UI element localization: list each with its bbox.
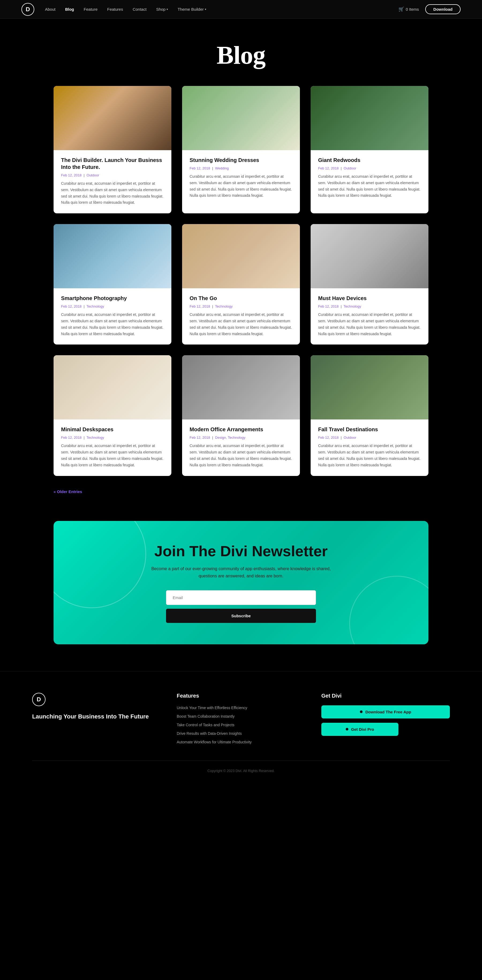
nav-shop-label: Shop (156, 7, 165, 11)
blog-card-excerpt: Curabitur arcu erat, accumsan id imperdi… (189, 173, 293, 199)
blog-card-category: Outdoor (86, 173, 99, 177)
newsletter-form: Subscribe (166, 590, 316, 623)
blog-card-meta: Feb 12, 2018 | Technology (61, 304, 164, 309)
nav-links: About Blog Feature Features Contact Shop… (45, 7, 398, 11)
blog-card-category: Technology (215, 304, 233, 309)
blog-card-meta: Feb 12, 2018 | Technology (318, 304, 421, 309)
footer-get-pro-label: Get Divi Pro (351, 727, 374, 732)
nav-features[interactable]: Features (107, 7, 123, 11)
blog-grid: The Divi Builder. Launch Your Business I… (32, 86, 450, 476)
blog-card-title: Fall Travel Destinations (318, 426, 421, 433)
blog-card-body: Stunning Wedding Dresses Feb 12, 2018 | … (182, 150, 300, 207)
footer-tagline: Launching Your Business Into The Future (32, 713, 161, 721)
blog-card-title: The Divi Builder. Launch Your Business I… (61, 157, 164, 170)
blog-card-image (311, 224, 428, 288)
blog-card[interactable]: Giant Redwoods Feb 12, 2018 | Outdoor Cu… (311, 86, 428, 213)
blog-card-title: Minimal Deskspaces (61, 426, 164, 433)
footer-grid: D Launching Your Business Into The Futur… (32, 693, 450, 761)
blog-card-image (54, 86, 171, 150)
blog-card-title: Must Have Devices (318, 295, 421, 302)
download-icon (360, 710, 363, 713)
blog-card-date: Feb 12, 2018 (318, 166, 339, 170)
blog-card-category: Technology (86, 436, 104, 439)
blog-card-body: Modern Office Arrangements Feb 12, 2018 … (182, 420, 300, 476)
blog-card-excerpt: Curabitur arcu erat, accumsan id imperdi… (61, 180, 164, 206)
nav-feature[interactable]: Feature (84, 7, 98, 11)
footer-get-divi-col: Get Divi Download The Free App Get Divi … (321, 693, 450, 745)
chevron-down-icon: ▾ (205, 8, 206, 11)
blog-card-body: Minimal Deskspaces Feb 12, 2018 | Techno… (54, 420, 171, 476)
blog-card-title: Stunning Wedding Dresses (189, 157, 293, 164)
footer-features-title: Features (177, 693, 305, 699)
blog-card-meta: Feb 12, 2018 | Outdoor (318, 166, 421, 170)
nav-download-button[interactable]: Download (425, 4, 461, 14)
footer-feature-item: Boost Team Collaboration Instantly (177, 714, 305, 719)
subscribe-button[interactable]: Subscribe (166, 609, 316, 623)
nav-theme-builder-dropdown[interactable]: Theme Builder ▾ (178, 7, 206, 11)
footer-feature-link[interactable]: Boost Team Collaboration Instantly (177, 714, 235, 719)
blog-card[interactable]: Fall Travel Destinations Feb 12, 2018 | … (311, 355, 428, 476)
chevron-down-icon: ▾ (167, 8, 168, 11)
cart-icon: 🛒 (398, 6, 404, 12)
footer-feature-link[interactable]: Unlock Your Time with Effortless Efficie… (177, 706, 247, 710)
blog-card-image (54, 224, 171, 288)
blog-card-meta: Feb 12, 2018 | Technology (189, 304, 293, 309)
blog-card-excerpt: Curabitur arcu erat, accumsan id imperdi… (318, 443, 421, 468)
blog-card[interactable]: Must Have Devices Feb 12, 2018 | Technol… (311, 224, 428, 345)
blog-card[interactable]: Minimal Deskspaces Feb 12, 2018 | Techno… (54, 355, 171, 476)
nav-about[interactable]: About (45, 7, 56, 11)
meta-separator: | (212, 166, 213, 170)
footer-logo-letter: D (37, 696, 41, 703)
meta-separator: | (340, 436, 341, 439)
blog-card-body: Giant Redwoods Feb 12, 2018 | Outdoor Cu… (311, 150, 428, 207)
nav-cart[interactable]: 🛒 0 Items (398, 6, 419, 12)
blog-card-body: Fall Travel Destinations Feb 12, 2018 | … (311, 420, 428, 476)
blog-card[interactable]: Modern Office Arrangements Feb 12, 2018 … (182, 355, 300, 476)
footer-feature-link[interactable]: Take Control of Tasks and Projects (177, 723, 234, 727)
nav-contact[interactable]: Contact (132, 7, 146, 11)
email-input[interactable] (166, 590, 316, 605)
nav-logo[interactable]: D (21, 3, 34, 16)
blog-card-image (182, 355, 300, 420)
blog-card-date: Feb 12, 2018 (318, 436, 339, 439)
footer-feature-link[interactable]: Automate Workflows for Ultimate Producti… (177, 740, 252, 744)
meta-separator: | (212, 304, 213, 309)
blog-card-date: Feb 12, 2018 (189, 436, 210, 439)
blog-card-image (182, 86, 300, 150)
navigation: D About Blog Feature Features Contact Sh… (0, 0, 482, 19)
footer-feature-link[interactable]: Drive Results with Data-Driven Insights (177, 731, 242, 736)
meta-separator: | (84, 173, 84, 177)
blog-card-image (182, 224, 300, 288)
blog-card-category: Design, Technology (215, 436, 245, 439)
footer: D Launching Your Business Into The Futur… (0, 671, 482, 784)
blog-page-title: Blog (0, 40, 482, 70)
older-entries-link[interactable]: « Older Entries (54, 489, 82, 494)
blog-card-excerpt: Curabitur arcu erat, accumsan id imperdi… (61, 443, 164, 468)
blog-card-category: Technology (344, 304, 361, 309)
blog-card-date: Feb 12, 2018 (189, 166, 210, 170)
footer-get-pro-button[interactable]: Get Divi Pro (321, 723, 398, 736)
blog-card-date: Feb 12, 2018 (61, 304, 82, 309)
blog-card-meta: Feb 12, 2018 | Wedding (189, 166, 293, 170)
blog-card-meta: Feb 12, 2018 | Design, Technology (189, 436, 293, 439)
meta-separator: | (340, 166, 341, 170)
footer-feature-item: Automate Workflows for Ultimate Producti… (177, 740, 305, 745)
footer-download-free-button[interactable]: Download The Free App (321, 705, 450, 719)
footer-features-col: Features Unlock Your Time with Effortles… (177, 693, 305, 745)
blog-card-category: Outdoor (344, 166, 356, 170)
newsletter-box: Join The Divi Newsletter Become a part o… (54, 521, 428, 644)
nav-shop-dropdown[interactable]: Shop ▾ (156, 7, 168, 11)
footer-logo: D (32, 693, 46, 706)
blog-card[interactable]: The Divi Builder. Launch Your Business I… (54, 86, 171, 213)
older-entries: « Older Entries (32, 489, 450, 494)
blog-card[interactable]: On The Go Feb 12, 2018 | Technology Cura… (182, 224, 300, 345)
blog-card[interactable]: Smartphone Photography Feb 12, 2018 | Te… (54, 224, 171, 345)
meta-separator: | (212, 436, 213, 439)
blog-card-excerpt: Curabitur arcu erat, accumsan id imperdi… (189, 443, 293, 468)
newsletter-description: Become a part of our ever-growing commun… (147, 565, 335, 579)
blog-card[interactable]: Stunning Wedding Dresses Feb 12, 2018 | … (182, 86, 300, 213)
footer-copyright: Copyright © 2023 Divi. All Rights Reserv… (32, 761, 450, 773)
blog-card-title: Modern Office Arrangements (189, 426, 293, 433)
blog-card-image (54, 355, 171, 420)
nav-blog[interactable]: Blog (65, 7, 74, 11)
